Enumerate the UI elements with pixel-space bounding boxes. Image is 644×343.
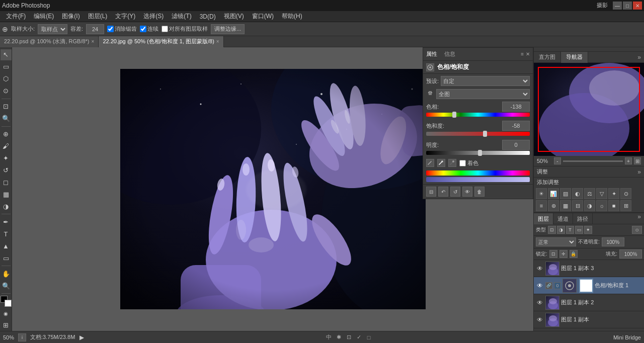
- brightness-input[interactable]: [502, 140, 530, 150]
- zoom-tool[interactable]: 🔍: [1, 280, 12, 291]
- lock-pixels-icon[interactable]: ⊡: [549, 250, 557, 258]
- adj-invert-icon[interactable]: ⊛: [548, 200, 559, 211]
- filter-pixel-icon[interactable]: ⊡: [548, 226, 556, 234]
- clip-btn[interactable]: ⊟: [426, 187, 436, 197]
- eyedrop-btn1[interactable]: [426, 159, 434, 167]
- brightness-thumb[interactable]: [478, 150, 482, 156]
- filter-smart-icon[interactable]: ✦: [584, 226, 592, 234]
- lock-move-icon[interactable]: ✛: [559, 250, 568, 258]
- status-info-btn[interactable]: i: [18, 333, 26, 341]
- lock-all-icon[interactable]: 🔒: [570, 250, 578, 258]
- adj-levels-icon[interactable]: ▤: [560, 188, 571, 199]
- panel-expand-icon[interactable]: ≡: [521, 51, 524, 57]
- adj-chanmix-icon[interactable]: ≡: [536, 200, 547, 211]
- visibility-btn[interactable]: 👁: [462, 187, 472, 197]
- adj-selectcolor-icon[interactable]: ◑: [584, 200, 595, 211]
- adj-curves-icon[interactable]: 📊: [548, 188, 559, 199]
- colorize-checkbox[interactable]: [459, 160, 466, 166]
- navigator-tab[interactable]: 导航器: [561, 52, 588, 63]
- status-arrow-btn[interactable]: ▶: [79, 333, 84, 341]
- adj-photofilter-icon[interactable]: ⊙: [620, 188, 631, 199]
- layer-item-copy2[interactable]: 👁 图层 1 副本 2: [534, 294, 644, 311]
- tab-psd-close[interactable]: ×: [92, 39, 95, 44]
- menu-item-type[interactable]: 文字(Y): [111, 11, 139, 22]
- filter-type-icon[interactable]: T: [566, 226, 574, 234]
- menu-item-edit[interactable]: 编辑(E): [30, 11, 58, 22]
- foreground-background-color[interactable]: [1, 296, 12, 307]
- eyedropper-tool[interactable]: 🔍: [1, 113, 12, 124]
- channel-select[interactable]: 全图: [436, 89, 530, 99]
- filter-adjust-icon[interactable]: ◑: [557, 226, 565, 234]
- hue-thumb[interactable]: [452, 112, 456, 118]
- adj-posterize-icon[interactable]: ▦: [560, 200, 571, 211]
- close-button[interactable]: ✕: [633, 2, 642, 10]
- selection-tool[interactable]: ▭: [1, 61, 12, 72]
- mini-bridge-label[interactable]: Mini Bridge: [613, 334, 641, 340]
- contiguous-checkbox[interactable]: [140, 26, 146, 32]
- menu-item-help[interactable]: 帮助(H): [278, 11, 306, 22]
- crop-tool[interactable]: ⊡: [1, 101, 12, 112]
- brush-tool[interactable]: 🖌: [1, 141, 12, 152]
- zoom-in-btn[interactable]: +: [625, 157, 632, 164]
- sample-size-select[interactable]: 取样点: [38, 24, 67, 34]
- adjust-edge-button[interactable]: 调整边缘...: [211, 24, 245, 34]
- filter-toggle[interactable]: ○: [632, 226, 642, 234]
- quick-select-tool[interactable]: ⊙: [1, 85, 12, 97]
- nav-panel-expand[interactable]: »: [634, 54, 644, 61]
- text-tool[interactable]: T: [1, 228, 12, 239]
- adj-gradient-icon[interactable]: ▽: [596, 188, 607, 199]
- layer-visibility-copy3[interactable]: 👁: [536, 265, 544, 273]
- spot-heal-tool[interactable]: ⊕: [1, 129, 12, 140]
- preset-select[interactable]: 自定: [441, 76, 530, 86]
- layer-visibility-copy[interactable]: 👁: [536, 316, 544, 324]
- layer-visibility-copy2[interactable]: 👁: [536, 299, 544, 307]
- menu-item-select[interactable]: 选择(S): [139, 11, 168, 22]
- eyedrop-btn3[interactable]: [448, 159, 456, 167]
- history-brush-tool[interactable]: ↺: [1, 165, 12, 176]
- reset-btn[interactable]: ↺: [450, 187, 460, 197]
- menu-item-3d[interactable]: 3D(D): [196, 12, 220, 21]
- opacity-input[interactable]: [602, 237, 624, 246]
- lasso-tool[interactable]: ⬡: [1, 73, 12, 84]
- menu-item-image[interactable]: 图像(I): [58, 11, 84, 22]
- saturation-input[interactable]: [502, 121, 530, 131]
- eraser-tool[interactable]: ◻: [1, 177, 12, 188]
- adj-exposr-icon[interactable]: ☼: [596, 200, 607, 211]
- fill-input[interactable]: [619, 249, 642, 259]
- hand-tool[interactable]: ✋: [1, 268, 12, 279]
- menu-item-window[interactable]: 窗口(W): [248, 11, 278, 22]
- move-tool[interactable]: ↖: [1, 49, 12, 60]
- adj-vibrance-icon[interactable]: ✦: [608, 188, 619, 199]
- tab-jpg-close[interactable]: ×: [216, 39, 219, 44]
- properties-tab-properties[interactable]: 属性: [426, 50, 437, 58]
- clone-stamp-tool[interactable]: ✦: [1, 153, 12, 164]
- adj-brightness-icon[interactable]: ☀: [536, 188, 547, 199]
- adj-expand[interactable]: »: [637, 168, 641, 176]
- tab-psd[interactable]: 22.20.psd @ 100% (水滴, RGB/8*) ×: [0, 36, 99, 47]
- tab-layers[interactable]: 图层: [534, 213, 553, 224]
- adj-solidfill-icon[interactable]: ■: [608, 200, 619, 211]
- screen-mode-button[interactable]: ⊞: [1, 320, 12, 331]
- zoom-expand-btn[interactable]: ⊞: [634, 157, 641, 164]
- menu-item-filter[interactable]: 滤镜(T): [168, 11, 195, 22]
- layers-panel-expand[interactable]: »: [634, 213, 644, 224]
- anti-alias-checkbox[interactable]: [107, 26, 114, 32]
- blend-mode-select[interactable]: 正常: [536, 237, 576, 246]
- histogram-tab[interactable]: 直方图: [534, 52, 561, 63]
- delete-btn[interactable]: 🗑: [474, 187, 485, 197]
- tab-channels[interactable]: 通道: [553, 213, 573, 224]
- tool-icon[interactable]: ⊕: [2, 25, 8, 33]
- layer-visibility-hsl[interactable]: 👁: [536, 282, 544, 290]
- dodge-tool[interactable]: ◑: [1, 201, 12, 212]
- menu-item-layer[interactable]: 图层(L): [84, 11, 112, 22]
- quick-mask-tool[interactable]: ◉: [1, 308, 12, 319]
- shape-tool[interactable]: ▭: [1, 252, 12, 264]
- pen-tool[interactable]: ✒: [1, 216, 12, 227]
- maximize-button[interactable]: □: [623, 2, 632, 10]
- eyedrop-btn2[interactable]: [437, 159, 445, 167]
- properties-tab-info[interactable]: 信息: [444, 50, 455, 58]
- tolerance-input[interactable]: [86, 24, 104, 34]
- menu-item-file[interactable]: 文件(F): [2, 11, 30, 22]
- adj-threshold-icon[interactable]: ⊟: [572, 200, 583, 211]
- all-layers-checkbox[interactable]: [162, 26, 168, 32]
